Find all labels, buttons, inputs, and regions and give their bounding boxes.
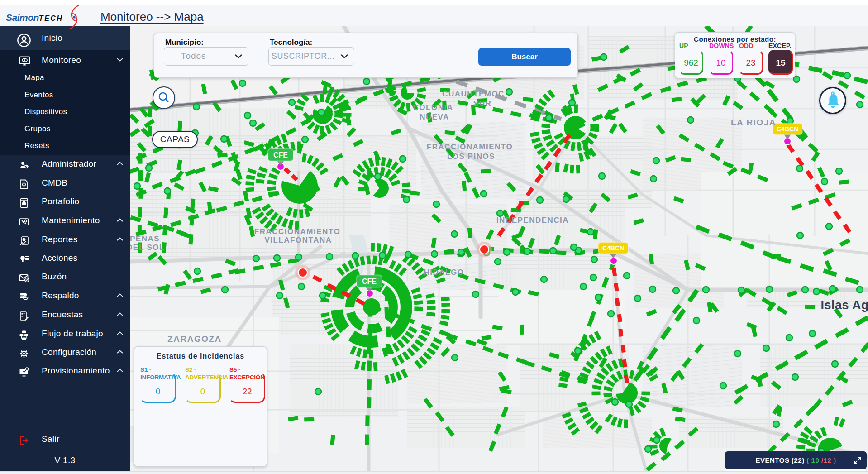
svg-text:PEÑAS: PEÑAS xyxy=(130,234,160,243)
svg-text:VILLAFONTANA: VILLAFONTANA xyxy=(265,236,332,244)
svg-text:COLONIA: COLONIA xyxy=(413,103,453,112)
svg-text:LA RIOJA: LA RIOJA xyxy=(731,118,776,127)
svg-text:FRACCIONAMIENTO: FRACCIONAMIENTO xyxy=(427,143,513,151)
svg-text:CFE: CFE xyxy=(362,278,377,285)
svg-text:CFE: CFE xyxy=(273,151,288,159)
svg-text:INDEPENDENCIA: INDEPENDENCIA xyxy=(496,216,569,225)
svg-text:HIDALGO: HIDALGO xyxy=(424,268,464,277)
svg-text:Islas Agra: Islas Agra xyxy=(820,298,868,312)
svg-text:C4BCN: C4BCN xyxy=(602,244,624,252)
svg-text:C4BCN: C4BCN xyxy=(777,125,798,133)
svg-text:DEL SOL: DEL SOL xyxy=(130,243,165,252)
svg-text:SUR: SUR xyxy=(473,99,491,108)
svg-text:FRACCIONAMIENTO: FRACCIONAMIENTO xyxy=(254,227,340,236)
svg-text:NUEVA: NUEVA xyxy=(420,113,449,121)
svg-text:CUAUHTEMOC: CUAUHTEMOC xyxy=(442,90,505,98)
svg-text:LOS PINOS: LOS PINOS xyxy=(447,152,495,161)
svg-text:ZARAGOZA: ZARAGOZA xyxy=(167,334,222,344)
